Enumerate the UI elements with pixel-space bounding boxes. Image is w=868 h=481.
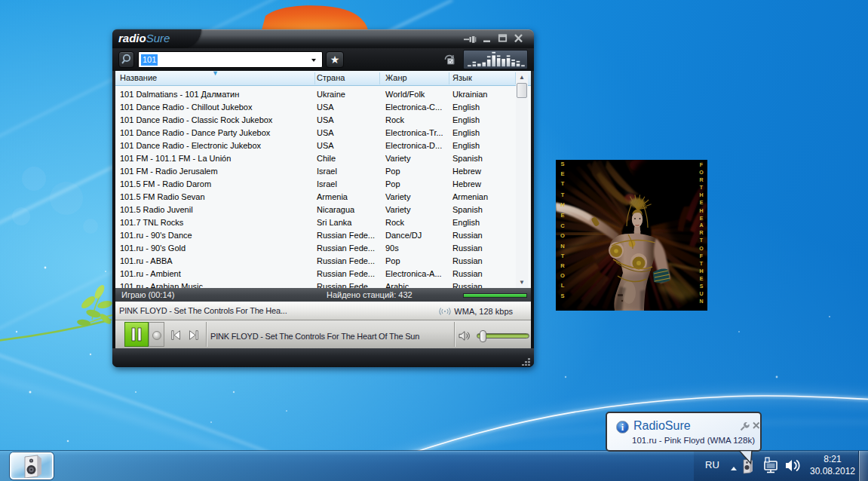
svg-text:T: T	[561, 180, 565, 187]
svg-text:E: E	[700, 200, 704, 205]
svg-text:T: T	[700, 185, 704, 190]
svg-text:H: H	[560, 201, 564, 208]
svg-text:S: S	[700, 283, 704, 289]
svg-text:T: T	[700, 237, 704, 243]
svg-text:S: S	[560, 161, 564, 167]
svg-text:N: N	[560, 243, 564, 250]
svg-text:H: H	[699, 208, 703, 213]
svg-text:O: O	[699, 170, 704, 175]
svg-text:F: F	[700, 162, 704, 167]
svg-text:E: E	[560, 170, 564, 177]
svg-text:O: O	[699, 246, 704, 251]
svg-text:O: O	[560, 232, 565, 239]
svg-text:R: R	[560, 262, 565, 269]
svg-text:A: A	[699, 222, 703, 228]
svg-text:C: C	[560, 222, 565, 229]
svg-text:T: T	[700, 261, 704, 266]
svg-text:T: T	[561, 191, 565, 198]
svg-text:H: H	[699, 268, 703, 274]
svg-text:N: N	[699, 299, 703, 304]
svg-text:R: R	[699, 177, 703, 182]
svg-text:R: R	[699, 230, 703, 235]
svg-text:O: O	[560, 272, 565, 279]
svg-text:E: E	[700, 216, 704, 221]
svg-text:L: L	[561, 282, 565, 289]
svg-text:H: H	[699, 192, 703, 198]
svg-text:E: E	[700, 276, 704, 281]
svg-text:T: T	[561, 253, 565, 259]
svg-text:F: F	[700, 253, 704, 259]
svg-text:U: U	[699, 291, 703, 296]
svg-text:S: S	[560, 293, 564, 299]
svg-text:E: E	[560, 212, 564, 219]
